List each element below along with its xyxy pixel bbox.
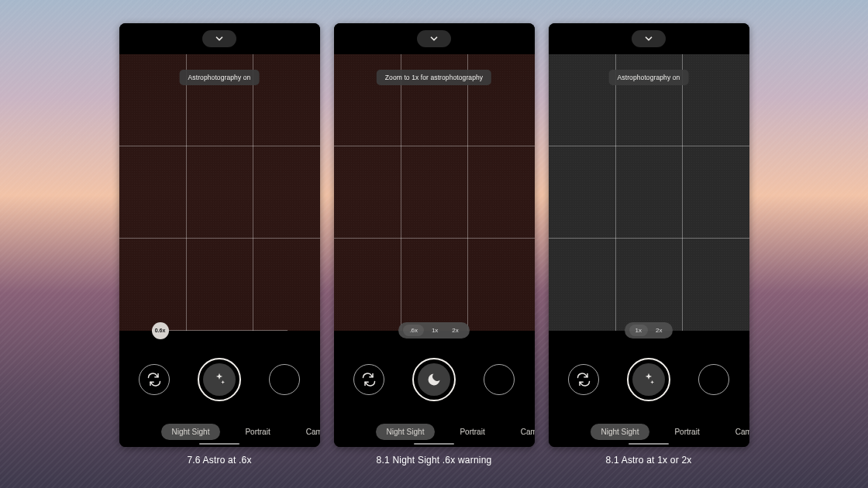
zoom-selector[interactable]: .6x 1x 2x [398, 322, 470, 339]
zoom-row: 0.6x [119, 320, 320, 342]
settings-pulldown-button[interactable] [417, 30, 451, 47]
camera-viewfinder[interactable]: Astrophotography on [119, 54, 320, 331]
camera-app-screen: Astrophotography on 0.6x [119, 23, 320, 447]
camera-app-screen: Astrophotography on 1x 2x [549, 23, 749, 447]
screen-column: Astrophotography on 0.6x [119, 23, 320, 466]
sensor-noise-overlay [119, 54, 320, 331]
composition-grid [549, 54, 749, 331]
zoom-row: 1x 2x [549, 320, 749, 342]
zoom-option[interactable]: 1x [425, 325, 444, 336]
composition-grid [119, 54, 320, 331]
shutter-button[interactable] [627, 358, 670, 401]
camera-app-screen: Zoom to 1x for astrophotography .6x 1x 2… [334, 23, 535, 447]
zoom-slider[interactable]: 0.6x [152, 325, 288, 336]
last-photo-thumbnail[interactable] [269, 364, 300, 395]
controls-row [119, 342, 320, 418]
status-toast: Astrophotography on [180, 70, 260, 85]
zoom-option[interactable]: 2x [446, 325, 464, 336]
chevron-down-icon [214, 33, 225, 44]
controls-row [334, 342, 535, 418]
camera-viewfinder[interactable]: Astrophotography on [549, 54, 749, 331]
screenshot-stage: Astrophotography on 0.6x [0, 0, 868, 488]
flip-camera-icon [146, 372, 162, 387]
top-bar [334, 23, 535, 54]
zoom-option[interactable]: 2x [649, 325, 668, 336]
zoom-selector[interactable]: 1x 2x [625, 322, 673, 339]
shutter-button[interactable] [412, 358, 456, 401]
bottom-controls: .6x 1x 2x [334, 331, 535, 447]
stars-icon [211, 371, 228, 388]
shutter-button[interactable] [198, 358, 241, 401]
mode-camera[interactable]: Came [510, 424, 535, 440]
shutter-inner [418, 363, 450, 396]
screen-caption: 8.1 Night Sight .6x warning [377, 455, 492, 466]
home-indicator [199, 443, 239, 445]
shutter-inner [632, 363, 665, 396]
flip-camera-button[interactable] [568, 364, 599, 395]
mode-portrait[interactable]: Portrait [234, 424, 281, 440]
sensor-noise-overlay [549, 54, 749, 331]
bottom-controls: 1x 2x [549, 331, 749, 447]
composition-grid [334, 54, 535, 331]
flip-camera-icon [576, 372, 591, 387]
mode-night-sight[interactable]: Night Sight [161, 424, 221, 440]
mode-camera[interactable]: Came [725, 424, 749, 440]
top-bar [119, 23, 320, 54]
chevron-down-icon [643, 33, 654, 44]
screen-column: Astrophotography on 1x 2x [549, 23, 749, 466]
zoom-option[interactable]: 1x [629, 325, 648, 336]
bottom-controls: 0.6x [119, 331, 320, 447]
moon-icon [426, 372, 442, 387]
controls-row [549, 342, 749, 418]
mode-portrait[interactable]: Portrait [449, 424, 495, 440]
screen-caption: 8.1 Astro at 1x or 2x [606, 455, 692, 466]
last-photo-thumbnail[interactable] [484, 364, 515, 395]
camera-viewfinder[interactable]: Zoom to 1x for astrophotography [334, 54, 535, 331]
zoom-slider-knob[interactable]: 0.6x [152, 322, 169, 339]
flip-camera-icon [361, 372, 377, 387]
chevron-down-icon [429, 33, 439, 44]
screen-column: Zoom to 1x for astrophotography .6x 1x 2… [334, 23, 535, 466]
home-indicator [629, 443, 669, 445]
mode-night-sight[interactable]: Night Sight [376, 424, 436, 440]
screen-caption: 7.6 Astro at .6x [187, 455, 251, 466]
mode-night-sight[interactable]: Night Sight [591, 424, 650, 440]
mode-portrait[interactable]: Portrait [663, 424, 710, 440]
flip-camera-button[interactable] [353, 364, 384, 395]
status-toast: Zoom to 1x for astrophotography [377, 70, 491, 85]
home-indicator [414, 443, 454, 445]
status-toast: Astrophotography on [609, 70, 689, 85]
sensor-noise-overlay [334, 54, 535, 331]
last-photo-thumbnail[interactable] [698, 364, 729, 395]
flip-camera-button[interactable] [139, 364, 170, 395]
zoom-option[interactable]: .6x [403, 325, 424, 336]
zoom-slider-track [152, 330, 288, 331]
settings-pulldown-button[interactable] [632, 30, 666, 47]
stars-icon [640, 371, 657, 388]
top-bar [549, 23, 749, 54]
settings-pulldown-button[interactable] [202, 30, 236, 47]
mode-camera[interactable]: Came [295, 424, 320, 440]
shutter-inner [203, 363, 236, 396]
zoom-row: .6x 1x 2x [334, 320, 535, 342]
